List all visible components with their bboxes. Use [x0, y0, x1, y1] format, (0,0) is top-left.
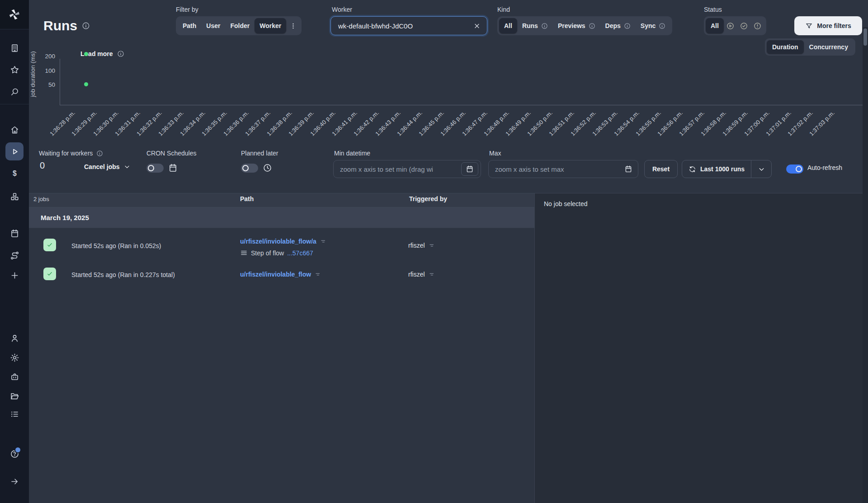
status-tab-running[interactable] — [724, 18, 737, 33]
worker-input-wrap — [330, 16, 487, 35]
triggered-by-user: rfiszel — [408, 271, 425, 278]
job-duration-point[interactable] — [84, 52, 88, 56]
filter-tab-worker[interactable]: Worker — [255, 18, 286, 33]
min-datetime-input[interactable] — [339, 165, 461, 174]
filter-by-path-icon[interactable] — [320, 238, 326, 244]
auto-refresh-toggle[interactable] — [786, 165, 803, 174]
sidebar-item-schedules[interactable] — [6, 225, 23, 241]
last-runs-split-button: Last 1000 runs — [682, 160, 772, 178]
filter-by-user-icon[interactable] — [429, 242, 435, 249]
sidebar-item-search[interactable] — [6, 84, 23, 100]
cancel-jobs-button[interactable]: Cancel jobs — [81, 163, 133, 171]
max-datetime-input[interactable] — [494, 165, 621, 174]
subflow-prefix: Step of flow — [251, 249, 284, 257]
status-tab-all[interactable]: All — [706, 18, 724, 33]
last-runs-dropdown[interactable] — [751, 160, 771, 178]
sidebar-item-home[interactable] — [6, 122, 23, 138]
last-runs-button[interactable]: Last 1000 runs — [682, 160, 751, 178]
triggered-by-user: rfiszel — [408, 242, 425, 249]
arrow-right-icon — [10, 477, 19, 486]
sidebar-item-favorites[interactable] — [6, 61, 23, 78]
sidebar-item-help[interactable] — [6, 446, 23, 462]
more-filters-button[interactable]: More filters — [794, 16, 862, 35]
reset-button[interactable]: Reset — [644, 160, 678, 178]
sidebar-divider — [0, 104, 29, 104]
view-tab-duration[interactable]: Duration — [767, 40, 804, 54]
planned-clock-button[interactable] — [262, 162, 273, 173]
star-icon — [10, 65, 19, 75]
job-triggered-cell: rfiszel — [408, 242, 435, 249]
job-started-text: Started 52s ago (Ran in 0.052s) — [71, 242, 161, 249]
filter-tab-user[interactable]: User — [201, 18, 225, 33]
windmill-logo[interactable] — [0, 0, 29, 29]
sidebar-item-folders[interactable] — [6, 388, 23, 404]
filter-tab-folder[interactable]: Folder — [225, 18, 255, 33]
scrollbar-thumb[interactable] — [863, 28, 867, 46]
planned-later-toggle[interactable] — [241, 164, 258, 173]
sidebar-item-settings[interactable] — [6, 349, 23, 366]
cron-calendar-button[interactable] — [167, 162, 178, 173]
sidebar: $ — [0, 0, 29, 503]
kind-tab-deps-label: Deps — [605, 22, 621, 29]
calendar-icon — [624, 165, 632, 173]
kind-group: All Runs Previews Deps Sync — [497, 16, 672, 35]
filter-more-menu[interactable] — [286, 18, 300, 33]
view-tab-concurrency[interactable]: Concurrency — [804, 40, 854, 54]
clear-worker-button[interactable] — [471, 19, 483, 32]
filter-tab-path[interactable]: Path — [178, 18, 201, 33]
toggle-knob — [796, 166, 802, 172]
status-tab-failure[interactable] — [751, 18, 764, 33]
search-icon — [10, 87, 19, 97]
info-icon — [541, 23, 548, 29]
sidebar-item-workers[interactable] — [6, 368, 23, 385]
kind-tab-previews[interactable]: Previews — [553, 18, 600, 33]
info-icon — [624, 23, 631, 29]
home-icon — [10, 125, 19, 135]
y-axis-line — [60, 59, 60, 105]
job-started-text: Started 52s ago (Ran in 0.227s total) — [71, 271, 175, 278]
gear-icon — [10, 353, 19, 362]
info-icon[interactable] — [82, 22, 90, 30]
filter-by-path-icon[interactable] — [315, 271, 321, 277]
y-axis-tick-label: 50 — [27, 81, 55, 88]
min-datetime-calendar-button[interactable] — [461, 162, 478, 176]
x-axis-line — [60, 105, 863, 105]
jobs-count: 2 jobs — [33, 196, 49, 202]
kind-tab-deps[interactable]: Deps — [600, 18, 636, 33]
cancel-jobs-label: Cancel jobs — [84, 163, 120, 170]
date-group-row[interactable]: March 19, 2025 — [29, 207, 534, 228]
kind-tab-runs[interactable]: Runs — [517, 18, 553, 33]
planned-later-label-wrap: Planned later — [241, 150, 278, 157]
table-row[interactable]: Started 52s ago (Ran in 0.052s) u/rfisze… — [29, 228, 534, 260]
cron-schedules-toggle[interactable] — [146, 164, 164, 173]
sidebar-item-runs[interactable] — [5, 142, 24, 160]
windmill-pinwheel-icon — [8, 8, 21, 21]
scrollbar-track[interactable] — [863, 27, 868, 503]
worker-input[interactable] — [337, 22, 471, 30]
sidebar-item-resources[interactable] — [6, 188, 23, 205]
subflow-link[interactable]: ...57c667 — [287, 249, 313, 257]
job-path-cell: u/rfiszel/inviolable_flow — [240, 271, 321, 278]
svg-text:$: $ — [13, 169, 17, 177]
job-path-link[interactable]: u/rfiszel/inviolable_flow — [240, 271, 311, 278]
table-row[interactable]: Started 52s ago (Ran in 0.227s total) u/… — [29, 260, 534, 288]
sidebar-item-add[interactable] — [6, 267, 23, 283]
job-detail-panel: No job selected — [534, 193, 863, 503]
sidebar-item-workspace[interactable] — [6, 40, 23, 56]
filter-by-user-icon[interactable] — [429, 271, 435, 277]
sidebar-item-user[interactable] — [6, 330, 23, 346]
sidebar-item-logs[interactable] — [6, 406, 23, 422]
kind-tab-sync[interactable]: Sync — [636, 18, 670, 33]
clock-icon — [263, 163, 272, 173]
status-tab-success[interactable] — [737, 18, 751, 33]
job-path-link[interactable]: u/rfiszel/inviolable_flow/a — [240, 238, 316, 245]
date-group-label: March 19, 2025 — [41, 214, 89, 221]
sidebar-item-routes[interactable] — [6, 247, 23, 263]
job-duration-point[interactable] — [84, 82, 88, 86]
y-axis-tick-label: 100 — [27, 67, 55, 74]
kind-tab-all[interactable]: All — [499, 18, 517, 33]
max-datetime-calendar-button[interactable] — [621, 162, 636, 176]
sidebar-item-variables[interactable]: $ — [6, 165, 23, 182]
calendar-icon — [10, 229, 19, 238]
sidebar-item-collapse[interactable] — [6, 473, 23, 489]
